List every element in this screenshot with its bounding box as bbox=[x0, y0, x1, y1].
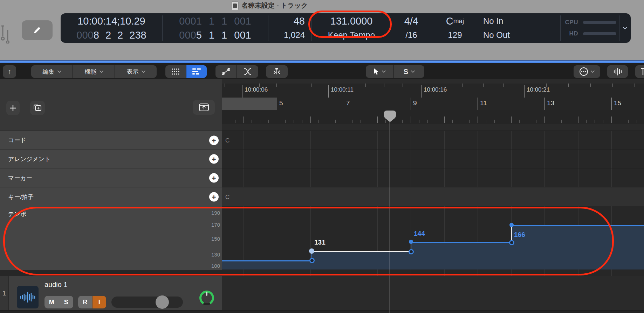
lcd-io-cell[interactable]: No In No Out bbox=[479, 13, 560, 43]
edit-menu[interactable]: 編集 bbox=[31, 65, 73, 78]
bar-tick bbox=[544, 98, 545, 110]
more-options-button[interactable] bbox=[574, 65, 600, 78]
playhead-line[interactable] bbox=[390, 112, 390, 313]
pencil-icon bbox=[32, 25, 42, 35]
lcd-locator-bottom[interactable]: 0005 1 1 001 bbox=[162, 28, 268, 42]
lcd-display[interactable]: 10:00:14;10.29 0008 2 2 238 0001 1 1 001… bbox=[61, 13, 631, 43]
second-tick bbox=[568, 84, 569, 87]
lcd-value-cell[interactable]: 48 1,024 bbox=[268, 13, 311, 43]
tempo-point-131[interactable] bbox=[309, 248, 314, 254]
lcd-tempo-cell[interactable]: 131.0000 Keep Tempo bbox=[311, 13, 392, 43]
chevron-down-icon bbox=[591, 71, 595, 73]
hide-global-tracks-button[interactable]: ↑ bbox=[3, 65, 16, 78]
record-enable-button[interactable]: R bbox=[78, 296, 92, 308]
pan-knob[interactable] bbox=[199, 291, 214, 305]
catch-playhead-button[interactable] bbox=[266, 65, 288, 78]
mixer-meters-button[interactable] bbox=[607, 65, 628, 78]
input-monitor-button[interactable]: I bbox=[92, 296, 107, 308]
tempo-segment-166[interactable] bbox=[512, 225, 644, 226]
global-track-tempo[interactable]: テンポ 190170150130100 bbox=[0, 206, 222, 270]
solo-button[interactable]: S bbox=[59, 296, 74, 308]
grid-icon bbox=[172, 68, 179, 75]
lcd-timesig-top[interactable]: 4/4 bbox=[392, 14, 431, 28]
functions-menu[interactable]: 機能 bbox=[73, 65, 115, 78]
add-marker-button[interactable]: + bbox=[209, 173, 219, 183]
key-signature-lane[interactable] bbox=[222, 187, 644, 206]
lcd-key-bottom[interactable]: 129 bbox=[431, 28, 479, 42]
volume-slider-thumb[interactable] bbox=[156, 295, 169, 309]
hide-global-tracks-panel-button[interactable] bbox=[193, 100, 215, 115]
lcd-locator-top[interactable]: 0001 1 1 001 bbox=[162, 14, 268, 28]
chord-symbol: C bbox=[225, 137, 229, 144]
beat-tick bbox=[268, 120, 269, 123]
duplicate-track-button[interactable] bbox=[30, 101, 45, 115]
add-chord-button[interactable]: + bbox=[209, 135, 219, 145]
add-key-signature-button[interactable]: + bbox=[209, 192, 219, 202]
lcd-position-cell[interactable]: 10:00:14;10.29 0008 2 2 238 bbox=[61, 13, 162, 43]
lcd-tempo-value[interactable]: 131.0000 bbox=[311, 14, 392, 28]
grid-view-button[interactable] bbox=[165, 65, 186, 78]
cpu-label: CPU bbox=[565, 19, 578, 26]
content-spacer bbox=[222, 124, 644, 131]
edge-clipped-button[interactable] bbox=[635, 65, 644, 78]
add-arrangement-button[interactable]: + bbox=[209, 154, 219, 164]
lcd-value-bottom[interactable]: 1,024 bbox=[284, 28, 305, 42]
tempo-segment-131[interactable] bbox=[312, 251, 411, 252]
tempo-scale-label: 100 bbox=[199, 263, 220, 269]
global-track-arrangement[interactable]: アレンジメント + bbox=[0, 149, 222, 168]
beat-tick bbox=[486, 120, 486, 123]
global-track-label: アレンジメント bbox=[8, 155, 51, 163]
cpu-meter bbox=[583, 21, 616, 24]
lcd-tempo-mode[interactable]: Keep Tempo bbox=[311, 28, 392, 42]
playhead-marker[interactable] bbox=[384, 111, 396, 122]
list-view-button[interactable] bbox=[186, 65, 207, 78]
volume-slider[interactable] bbox=[111, 297, 183, 308]
lcd-timesig-bottom[interactable]: /16 bbox=[392, 28, 431, 42]
tempo-point-166[interactable] bbox=[509, 223, 514, 227]
lcd-timesig-cell[interactable]: 4/4 /16 bbox=[392, 13, 431, 43]
pencil-tool-button[interactable] bbox=[22, 20, 53, 40]
beat-tick bbox=[637, 120, 637, 123]
left-click-tool-button[interactable] bbox=[366, 65, 393, 78]
pan-knob-pointer bbox=[206, 292, 207, 296]
tempo-scale-label: 150 bbox=[199, 236, 220, 242]
lcd-midi-out[interactable]: No Out bbox=[483, 28, 510, 42]
audio-track-icon[interactable] bbox=[17, 286, 39, 308]
global-track-chord[interactable]: コード + bbox=[0, 131, 222, 149]
tempo-base-point[interactable] bbox=[509, 240, 514, 245]
global-track-marker[interactable]: マーカー + bbox=[0, 168, 222, 187]
track-name[interactable]: audio 1 bbox=[44, 281, 68, 289]
mute-button[interactable]: M bbox=[44, 296, 59, 308]
lcd-key[interactable]: Cmaj bbox=[431, 14, 479, 28]
beat-ruler[interactable] bbox=[222, 110, 644, 124]
tempo-segment-initial[interactable] bbox=[222, 260, 312, 261]
automation-nodes-icon bbox=[221, 68, 231, 75]
lcd-value-top[interactable]: 48 bbox=[294, 14, 305, 28]
lcd-midi-in[interactable]: No In bbox=[483, 14, 503, 28]
beat-tick bbox=[361, 120, 361, 123]
automation-curve-button[interactable] bbox=[215, 65, 237, 78]
add-track-button[interactable] bbox=[6, 101, 20, 115]
tempo-point-144[interactable] bbox=[409, 240, 413, 244]
lcd-timecode[interactable]: 10:00:14;10.29 bbox=[61, 14, 162, 28]
audio-track-header[interactable]: 1 audio 1 M S R I bbox=[0, 276, 222, 311]
tempo-segment-144[interactable] bbox=[411, 242, 512, 243]
tempo-base-point[interactable] bbox=[309, 258, 315, 263]
timecode-label: 10:00:21 bbox=[527, 86, 550, 93]
timecode-label: 10:00:11 bbox=[331, 86, 354, 93]
beat-tick bbox=[519, 120, 520, 123]
lcd-position-bars[interactable]: 0008 2 2 238 bbox=[61, 28, 162, 42]
audio-track-row[interactable]: 1 audio 1 M S R I bbox=[0, 276, 644, 311]
bar-ruler[interactable]: 579111315 bbox=[222, 98, 644, 110]
lcd-locators-cell[interactable]: 0001 1 1 001 0005 1 1 001 bbox=[162, 13, 268, 43]
crossfade-button[interactable] bbox=[237, 65, 258, 78]
view-menu[interactable]: 表示 bbox=[115, 65, 157, 78]
lcd-expand-button[interactable] bbox=[619, 13, 631, 43]
command-click-tool-button[interactable]: S bbox=[394, 65, 424, 78]
timecode-ruler[interactable]: 10:00:0610:00:1110:00:1610:00:21 bbox=[222, 84, 644, 98]
tool-selectors: S bbox=[366, 65, 424, 78]
lcd-key-cell[interactable]: Cmaj 129 bbox=[431, 13, 479, 43]
global-track-key-signature[interactable]: キー/拍子 + bbox=[0, 187, 222, 206]
tempo-base-point[interactable] bbox=[409, 249, 414, 254]
beat-tick bbox=[402, 120, 403, 123]
